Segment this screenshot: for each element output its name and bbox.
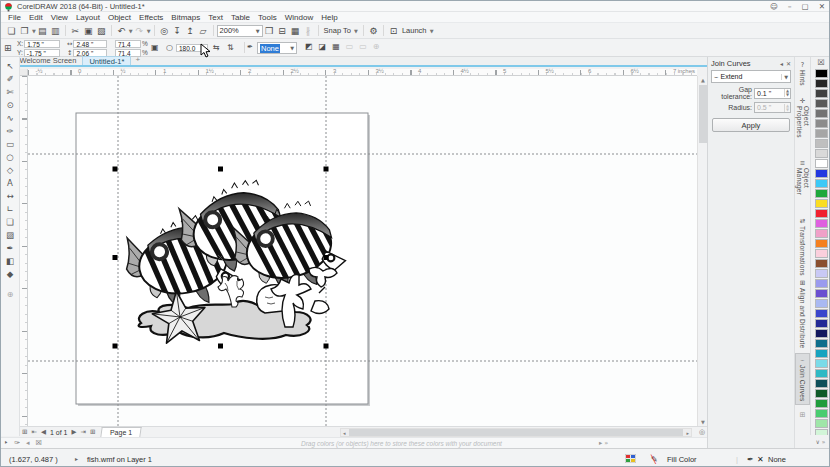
zoom-level-combo[interactable]: 200% ▼ bbox=[217, 25, 263, 37]
menu-table[interactable]: Table bbox=[227, 13, 254, 22]
rotation-angle-field[interactable]: 180.0 bbox=[176, 44, 208, 52]
menu-text[interactable]: Text bbox=[204, 13, 227, 22]
docker-collapse-icon[interactable]: ◂ bbox=[780, 60, 783, 67]
color-swatch-30[interactable] bbox=[815, 369, 828, 378]
ellipse-tool-icon[interactable]: ○ bbox=[2, 150, 19, 163]
docker-tab-align-and-distribute[interactable]: ⊞Align and Distribute bbox=[795, 277, 810, 353]
snap-to-button[interactable]: Snap To ▼ bbox=[322, 26, 360, 35]
docker-tab-object-manager[interactable]: ≡Object Manager bbox=[795, 157, 810, 215]
print-icon[interactable]: ▥ bbox=[49, 24, 62, 37]
x-position-field[interactable]: 1.75 " bbox=[24, 40, 60, 48]
color-swatch-10[interactable] bbox=[815, 169, 828, 178]
menu-tools[interactable]: Tools bbox=[254, 13, 281, 22]
cut-icon[interactable]: ✂ bbox=[69, 24, 82, 37]
menu-layout[interactable]: Layout bbox=[72, 13, 104, 22]
chevron-down-icon[interactable]: ▼ bbox=[147, 28, 151, 34]
docker-close-icon[interactable]: ✕ bbox=[786, 60, 791, 67]
color-swatch-16[interactable] bbox=[815, 229, 828, 238]
vertical-scroll-thumb[interactable] bbox=[699, 85, 707, 143]
open-icon[interactable]: ❐ bbox=[18, 24, 31, 37]
page-1-tab[interactable]: Page 1 bbox=[101, 427, 143, 437]
chevron-down-icon[interactable]: ▼ bbox=[253, 28, 260, 34]
join-mode-combo[interactable]: ⌣ Extend ▼ bbox=[711, 70, 791, 83]
docpalette-right-icons[interactable]: ▸ » bbox=[599, 439, 608, 447]
scale-horizontal-field[interactable]: 71.4 bbox=[115, 40, 141, 48]
crop-tool-icon[interactable]: ✄ bbox=[2, 85, 19, 98]
publish-pdf-icon[interactable]: ▱ bbox=[197, 24, 210, 37]
launch-icon[interactable]: ⊡ bbox=[387, 24, 400, 37]
ruler-origin[interactable] bbox=[20, 69, 28, 76]
color-swatch-35[interactable] bbox=[815, 419, 828, 428]
interactive-fill-tool-icon[interactable]: ◧ bbox=[2, 254, 19, 267]
color-swatch-3[interactable] bbox=[815, 99, 828, 108]
docpalette-none-swatch[interactable]: ☒ bbox=[33, 439, 45, 447]
color-swatch-29[interactable] bbox=[815, 359, 828, 368]
vertical-ruler[interactable] bbox=[20, 76, 28, 426]
object-origin-icon[interactable]: ⊞ bbox=[4, 43, 12, 53]
mirror-vertical-icon[interactable]: ⇅ bbox=[227, 43, 234, 52]
color-swatch-20[interactable] bbox=[815, 269, 828, 278]
color-swatch-7[interactable] bbox=[815, 139, 828, 148]
drawing-canvas[interactable] bbox=[28, 76, 697, 426]
object-width-field[interactable]: 2.48 " bbox=[73, 40, 107, 48]
no-color-swatch[interactable]: ☒ bbox=[817, 58, 824, 68]
color-swatch-6[interactable] bbox=[815, 129, 828, 138]
color-swatch-0[interactable] bbox=[815, 69, 828, 78]
close-button[interactable]: ✕ bbox=[819, 1, 825, 12]
polygon-tool-icon[interactable]: ◇ bbox=[2, 163, 19, 176]
menu-view[interactable]: View bbox=[47, 13, 72, 22]
hscroll-right-icon[interactable]: ▸ bbox=[684, 430, 691, 436]
previous-page-icon[interactable]: ◀ bbox=[39, 428, 48, 436]
menu-window[interactable]: Window bbox=[281, 13, 317, 22]
menu-object[interactable]: Object bbox=[104, 13, 135, 22]
color-swatch-4[interactable] bbox=[815, 109, 828, 118]
menu-file[interactable]: File bbox=[4, 13, 25, 22]
options-gear-icon[interactable]: ⚙ bbox=[367, 24, 380, 37]
docker-tab-join-curves[interactable]: ⌣Join Curves bbox=[795, 353, 810, 405]
undo-icon[interactable]: ↶ bbox=[115, 24, 128, 37]
color-swatch-13[interactable] bbox=[815, 199, 828, 208]
connector-tool-icon[interactable]: ∟ bbox=[2, 202, 19, 215]
color-swatch-33[interactable] bbox=[815, 399, 828, 408]
fill-color-icon[interactable]: ✎╲ bbox=[651, 455, 658, 464]
new-document-icon[interactable]: ❏ bbox=[5, 24, 18, 37]
menu-help[interactable]: Help bbox=[317, 13, 341, 22]
save-icon[interactable]: ▤ bbox=[36, 24, 49, 37]
account-icon[interactable]: ☺ bbox=[770, 1, 778, 12]
maximize-button[interactable]: ▢ bbox=[802, 1, 809, 12]
propbar-extra-icon-1[interactable]: ◪ bbox=[319, 42, 327, 51]
color-swatch-22[interactable] bbox=[815, 289, 828, 298]
zoom-tool-icon[interactable]: ⊙ bbox=[2, 98, 19, 111]
search-content-icon[interactable]: ◎ bbox=[158, 24, 171, 37]
add-docker-icon[interactable]: ⊞ bbox=[800, 411, 806, 419]
launch-button[interactable]: Launch ▼ bbox=[400, 26, 436, 35]
color-swatch-12[interactable] bbox=[815, 189, 828, 198]
fullscreen-preview-icon[interactable]: ❒ bbox=[263, 24, 276, 37]
docker-tab-object-properties[interactable]: ✛Object Properties bbox=[795, 95, 810, 157]
horizontal-scroll-thumb[interactable] bbox=[349, 429, 684, 436]
horizontal-scrollbar[interactable]: ◂ ▸ bbox=[340, 428, 692, 437]
menu-bitmaps[interactable]: Bitmaps bbox=[167, 13, 204, 22]
redo-icon[interactable]: ↷ bbox=[133, 24, 146, 37]
lock-ratio-icon[interactable]: ▣ bbox=[151, 43, 159, 52]
vertical-scrollbar[interactable]: ▲ ▼ bbox=[697, 76, 707, 426]
tab-welcome-screen[interactable]: Welcome Screen bbox=[13, 56, 82, 65]
color-swatch-17[interactable] bbox=[815, 239, 828, 248]
color-swatch-19[interactable] bbox=[815, 259, 828, 268]
docpalette-scroll-left-icon[interactable]: ◂ bbox=[23, 439, 33, 447]
tab-untitled-1[interactable]: Untitled-1* bbox=[82, 56, 131, 65]
drop-shadow-tool-icon[interactable]: ❏ bbox=[2, 215, 19, 228]
docpalette-flyout-icon[interactable]: ‣ bbox=[1, 439, 11, 447]
transparency-tool-icon[interactable]: ▨ bbox=[2, 228, 19, 241]
outline-color-icon[interactable]: ✒ bbox=[747, 455, 754, 464]
docker-tab-transformations[interactable]: ⇄Transformations bbox=[795, 215, 810, 277]
color-swatch-11[interactable] bbox=[815, 179, 828, 188]
pan-zoom-icon[interactable]: ◎ bbox=[699, 428, 705, 436]
minimize-button[interactable]: – bbox=[788, 1, 792, 12]
color-swatch-2[interactable] bbox=[815, 89, 828, 98]
propbar-extra-icon-0[interactable]: ◩ bbox=[305, 42, 313, 51]
first-page-icon[interactable]: ⇤ bbox=[29, 428, 38, 436]
add-page-icon-2[interactable]: ⊞ bbox=[88, 428, 97, 436]
add-page-icon[interactable]: ⊞ bbox=[20, 428, 29, 436]
color-swatch-23[interactable] bbox=[815, 299, 828, 308]
